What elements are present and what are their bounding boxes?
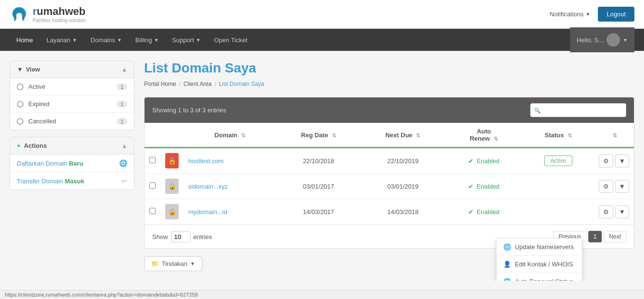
enabled-text-3: Enabled: [476, 208, 499, 215]
dropdown-button-1[interactable]: ▼: [615, 155, 629, 167]
col-domain[interactable]: Domain ⇅: [183, 123, 276, 148]
domain-name-3[interactable]: mydomain...id: [183, 199, 276, 225]
nav-home[interactable]: Home: [10, 31, 40, 49]
logout-button[interactable]: Logout: [598, 7, 634, 22]
search-input[interactable]: [530, 103, 626, 117]
breadcrumb-client-area[interactable]: Client Area: [183, 81, 212, 87]
col-next-due[interactable]: Next Due ⇅: [361, 123, 445, 148]
nav-layanan[interactable]: Layanan ▼: [40, 31, 84, 49]
gear-button-1[interactable]: ⚙: [599, 155, 613, 167]
col-auto-renew[interactable]: AutoRenew ⇅: [445, 123, 522, 148]
breadcrumb-portal-home[interactable]: Portal Home: [144, 81, 176, 87]
filter-expired-count: 1: [117, 101, 127, 108]
status-sort-icon: ⇅: [568, 132, 572, 138]
lock-cell-1: 🔒: [160, 148, 183, 174]
table-header-bar: Showing 1 to 3 of 3 entries: [145, 97, 634, 123]
content: List Domain Saya Portal Home / Client Ar…: [144, 60, 634, 271]
domain-link-2[interactable]: sidomain...xyz: [188, 183, 228, 190]
action-buttons-2: ⚙ ▼: [599, 180, 629, 193]
lock-red-icon: 🔒: [165, 153, 179, 168]
next-button[interactable]: Next: [604, 231, 626, 242]
showing-text: Showing 1 to 3 of 3 entries: [152, 107, 226, 114]
show-entries: Show 10 25 50 entries: [152, 231, 212, 242]
whois-label: Edit Kontak / WHOIS: [515, 261, 573, 268]
hello-user[interactable]: Hello, S... ▼: [570, 27, 634, 52]
entries-select[interactable]: 10 25 50: [171, 231, 191, 242]
autorenew-sort-icon: ⇅: [494, 136, 498, 142]
dropdown-item-autorenewal[interactable]: 🌐 Auto Renewal Status: [497, 273, 582, 281]
action-transfer-domain[interactable]: Transfer Domain Masuk ↩: [10, 172, 134, 190]
autorenewal-icon: 🌐: [503, 278, 511, 281]
search-wrap: [530, 103, 626, 117]
sidebar-filter-cancelled[interactable]: Cancelled 1: [10, 113, 134, 130]
sidebar-actions-label: Actions: [24, 142, 47, 149]
user-caret: ▼: [623, 37, 628, 43]
dropdown-menu: 🌐 Update Nameservers 👤 Edit Kontak / WHO…: [496, 238, 583, 281]
sidebar-filter-active[interactable]: Active 1: [10, 78, 134, 96]
domain-name-1[interactable]: hosttest.com: [183, 148, 276, 174]
navbar: Home Layanan ▼ Domains ▼ Billing ▼ Suppo…: [0, 29, 644, 51]
domain-link-1[interactable]: hosttest.com: [188, 157, 224, 165]
gear-button-2[interactable]: ⚙: [599, 180, 613, 193]
breadcrumb-current: List Domain Saya: [219, 81, 264, 87]
col-checkbox: [145, 123, 160, 148]
col-reg-date[interactable]: Reg Date ⇅: [276, 123, 361, 148]
table-row: 🔒 mydomain...id 14/03/2017 14/03/2018 ✔ …: [145, 199, 634, 225]
domain-sort-icon: ⇅: [241, 132, 245, 138]
col-icon: [160, 123, 183, 148]
autorenewal-label: Auto Renewal Status: [515, 278, 573, 281]
forward-icon: ↩: [122, 177, 127, 185]
sidebar-view-label: View: [26, 66, 40, 73]
col-status[interactable]: Status ⇅: [522, 123, 594, 148]
domain-name-2[interactable]: sidomain...xyz: [183, 174, 276, 199]
whois-icon: 👤: [503, 261, 511, 268]
tindakan-label: Tindakan: [162, 260, 187, 267]
logo-text: rumahweb: [33, 5, 85, 17]
action-register-domain[interactable]: Daftarkan Domain Baru 🌐: [10, 155, 134, 172]
tindakan-caret: ▼: [190, 261, 195, 266]
check-icon-1: ✔: [468, 157, 474, 165]
folder-icon: 📁: [151, 260, 159, 267]
row1-checkbox[interactable]: [149, 157, 156, 163]
lock-gray-icon-2: 🔒: [165, 179, 179, 194]
nav-open-ticket[interactable]: Open Ticket: [207, 31, 254, 49]
auto-renew-2: ✔ Enabled: [445, 174, 522, 199]
sidebar-filter-expired[interactable]: Expired 1: [10, 96, 134, 113]
checkbox-cell-2: [145, 174, 160, 199]
domain-link-3[interactable]: mydomain...id: [188, 208, 227, 215]
reg-date-2: 03/01/2017: [276, 174, 361, 199]
dropdown-button-2[interactable]: ▼: [615, 180, 629, 193]
page-title: List Domain Saya: [144, 60, 634, 76]
page-1-button[interactable]: 1: [588, 231, 602, 242]
action-cell-1: ⚙ ▼: [594, 148, 634, 174]
logo-area: rumahweb Painless hosting solution: [10, 5, 85, 24]
tindakan-button[interactable]: 📁 Tindakan ▼: [144, 256, 202, 271]
dropdown-item-whois[interactable]: 👤 Edit Kontak / WHOIS: [497, 256, 582, 273]
globe-icon: 🌐: [119, 159, 127, 167]
register-domain-text: Daftarkan Domain Baru: [17, 160, 119, 167]
auto-renew-1: ✔ Enabled: [445, 148, 522, 174]
status-cell-2: [522, 174, 594, 199]
status-badge-1: Active: [544, 155, 572, 166]
dropdown-button-3[interactable]: ▼: [615, 205, 629, 218]
nav-domains[interactable]: Domains ▼: [84, 31, 128, 49]
gear-button-3[interactable]: ⚙: [599, 205, 613, 218]
sidebar-actions-header: + Actions ▲: [10, 137, 134, 155]
nav-billing[interactable]: Billing ▼: [129, 31, 166, 49]
row3-checkbox[interactable]: [149, 208, 156, 214]
notifications-button[interactable]: Notifications ▼: [550, 11, 591, 18]
next-due-3: 14/03/2018: [361, 199, 445, 225]
next-due-1: 22/10/2019: [361, 148, 445, 174]
header: rumahweb Painless hosting solution Notif…: [0, 0, 644, 29]
lock-gray-icon-3: 🔒: [165, 204, 179, 219]
notifications-caret: ▼: [585, 12, 590, 17]
row2-checkbox[interactable]: [149, 182, 156, 189]
auto-renew-3: ✔ Enabled: [445, 199, 522, 225]
logo-subtitle: Painless hosting solution: [33, 18, 85, 23]
status-cell-1: Active: [522, 148, 594, 174]
enabled-text-1: Enabled: [476, 157, 499, 165]
nav-support[interactable]: Support ▼: [165, 31, 207, 49]
lock-cell-2: 🔒: [160, 174, 183, 199]
dropdown-item-nameservers[interactable]: 🌐 Update Nameservers: [497, 239, 582, 256]
breadcrumb-sep1: /: [179, 81, 181, 87]
